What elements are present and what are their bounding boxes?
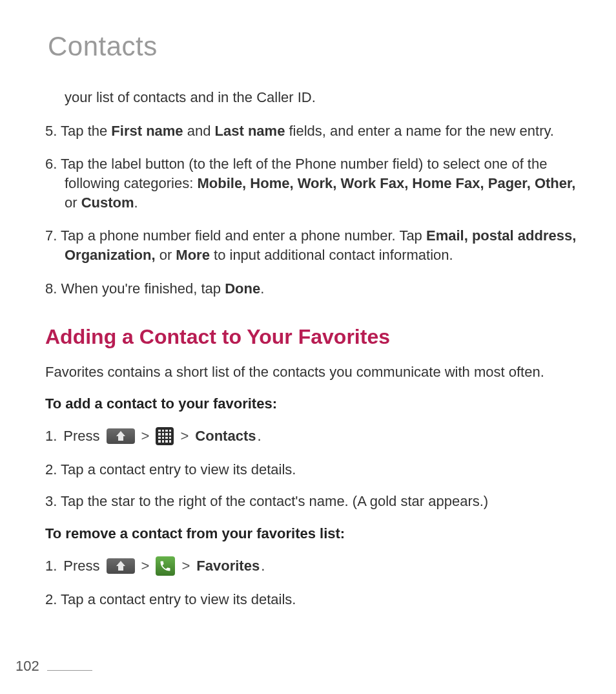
text-fragment: or [65, 195, 81, 211]
step-number: 7. [45, 227, 61, 244]
page-footer: 102 [15, 658, 92, 675]
step-text: When you're finished, tap Done. [61, 280, 264, 297]
bold-text: First name [111, 123, 183, 139]
chevron-right-icon: > [141, 556, 150, 576]
section-title: Adding a Contact to Your Favorites [45, 323, 577, 351]
step-text: Tap the label button (to the left of the… [61, 156, 575, 210]
step-6: 6. Tap the label button (to the left of … [45, 154, 577, 212]
text-fragment: . [134, 195, 138, 211]
body-content: your list of contacts and in the Caller … [45, 88, 577, 609]
chevron-right-icon: > [180, 426, 189, 446]
text-fragment: . [261, 556, 265, 576]
step-number: 1. [45, 426, 57, 446]
step-5: 5. Tap the First name and Last name fiel… [45, 121, 577, 141]
bold-text: Mobile, Home, Work, Work Fax, Home Fax, … [197, 175, 575, 191]
bold-text: Custom [81, 195, 134, 211]
text-fragment: . [257, 426, 261, 446]
text-fragment: Press [63, 426, 99, 446]
text-fragment: fields, and enter a name for the new ent… [285, 123, 554, 139]
text-fragment: When you're finished, tap [61, 280, 225, 297]
step-number: 5. [45, 123, 61, 139]
bold-text: Favorites [196, 556, 260, 576]
remove-step-1: 1. Press > > Favorites. [45, 556, 577, 576]
chevron-right-icon: > [181, 556, 190, 576]
text-fragment: or [156, 247, 176, 263]
step-7: 7. Tap a phone number field and enter a … [45, 226, 577, 264]
chapter-title: Contacts [48, 31, 577, 62]
remove-step-2: 2. Tap a contact entry to view its detai… [45, 590, 577, 609]
text-fragment: to input additional contact information. [210, 247, 453, 263]
home-icon [107, 428, 135, 444]
step-text: Tap the First name and Last name fields,… [61, 123, 554, 139]
step-8: 8. When you're finished, tap Done. [45, 279, 577, 299]
manual-page: Contacts your list of contacts and in th… [0, 0, 616, 694]
add-favorites-heading: To add a contact to your favorites: [45, 394, 577, 414]
bold-text: Contacts [195, 426, 256, 446]
add-step-3: 3. Tap the star to the right of the cont… [45, 492, 577, 511]
add-step-1: 1. Press > > Contacts. [45, 426, 577, 446]
page-number: 102 [15, 658, 39, 675]
step-number: 1. [45, 556, 57, 576]
text-fragment: Press [63, 556, 99, 576]
continuation-text: your list of contacts and in the Caller … [65, 88, 577, 107]
text-fragment: and [183, 123, 215, 139]
text-fragment: . [260, 280, 264, 297]
footer-rule [47, 670, 92, 671]
bold-text: Done [225, 280, 260, 297]
bold-text: Last name [215, 123, 285, 139]
chevron-right-icon: > [141, 426, 150, 446]
text-fragment: Tap a phone number field and enter a pho… [61, 227, 426, 244]
step-text: Tap a phone number field and enter a pho… [61, 227, 576, 263]
favorites-intro: Favorites contains a short list of the c… [45, 363, 577, 382]
step-number: 8. [45, 280, 61, 297]
bold-text: More [176, 247, 210, 263]
text-fragment: Tap the [61, 123, 111, 139]
home-icon [107, 558, 135, 574]
phone-icon [156, 556, 175, 576]
remove-favorites-heading: To remove a contact from your favorites … [45, 524, 577, 543]
add-step-2: 2. Tap a contact entry to view its detai… [45, 460, 577, 479]
apps-grid-icon [156, 427, 174, 445]
step-number: 6. [45, 156, 61, 172]
